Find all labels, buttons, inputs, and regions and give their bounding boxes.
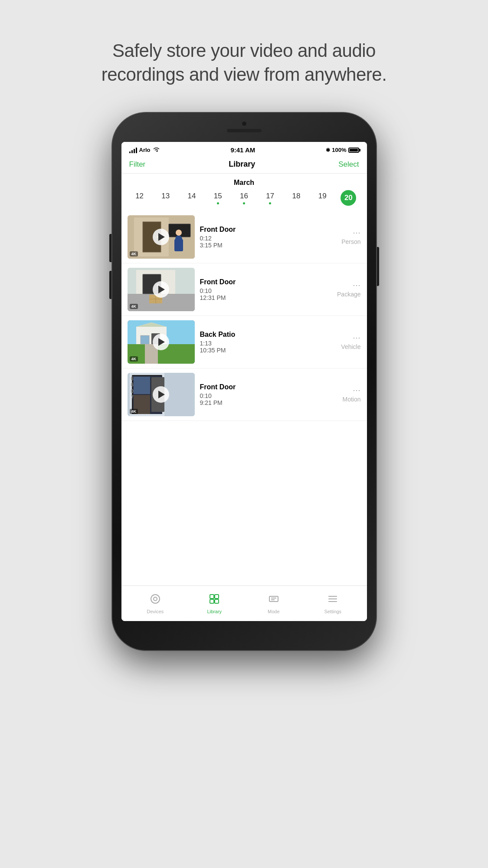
svg-point-8 (176, 230, 182, 236)
4k-badge: 4K (130, 356, 138, 362)
video-info: Back Patio 1:13 10:35 PM (200, 331, 336, 354)
tab-library[interactable]: Library (199, 593, 229, 614)
svg-rect-9 (174, 239, 183, 251)
4k-badge: 4K (130, 409, 138, 414)
svg-rect-23 (141, 335, 149, 344)
front-camera (242, 121, 247, 126)
tab-mode[interactable]: Mode (259, 593, 289, 614)
video-meta: ··· Motion (342, 386, 360, 403)
video-meta: ··· Vehicle (341, 334, 360, 350)
date-row: 12 13 14 15 16 17 (121, 190, 367, 211)
svg-rect-35 (210, 595, 214, 598)
tab-bar: Devices Library (121, 585, 367, 621)
month-label: March (121, 174, 367, 190)
battery-icon (348, 148, 359, 153)
status-left: Arlo (129, 147, 160, 154)
svg-rect-36 (215, 595, 219, 598)
play-button[interactable] (153, 334, 169, 350)
page-title: Library (229, 160, 255, 169)
svg-point-33 (151, 595, 160, 603)
tagline-line1: Safely store your video and audio (112, 40, 376, 61)
thumbnail: 6607 6607 4K (128, 373, 195, 416)
video-item[interactable]: 6607 6607 4K Front Door 0:10 9:21 PM (121, 368, 367, 421)
settings-icon (327, 593, 338, 607)
play-button[interactable] (153, 386, 169, 403)
thumbnail: 6607 (128, 215, 195, 259)
wifi-icon (153, 147, 160, 154)
video-meta: ··· Person (341, 229, 360, 245)
volume-down-button (109, 271, 112, 299)
tagline: Safely store your video and audio record… (102, 39, 387, 86)
devices-icon (150, 593, 161, 607)
bluetooth-icon: ✱ (326, 147, 330, 153)
thumbnail: 4K (128, 320, 195, 364)
more-options[interactable]: ··· (353, 334, 360, 342)
date-14[interactable]: 14 (184, 192, 200, 204)
date-18[interactable]: 18 (288, 192, 304, 204)
date-16[interactable]: 16 (236, 192, 252, 204)
phone-mockup: Arlo 9:41 AM ✱ 100% (112, 112, 377, 659)
phone-screen: Arlo 9:41 AM ✱ 100% (121, 142, 367, 621)
svg-rect-38 (215, 599, 219, 603)
power-button (377, 247, 379, 286)
video-info: Front Door 0:10 12:31 PM (200, 278, 332, 301)
filter-button[interactable]: Filter (129, 160, 146, 169)
dot-indicator (243, 202, 245, 204)
more-options[interactable]: ··· (353, 281, 360, 289)
battery-percent: 100% (332, 147, 346, 153)
4k-badge: 4K (130, 304, 138, 309)
video-item[interactable]: 6607 (121, 211, 367, 263)
mode-icon (268, 593, 279, 607)
signal-icon (129, 147, 137, 153)
time-display: 9:41 AM (230, 146, 255, 154)
status-bar: Arlo 9:41 AM ✱ 100% (121, 142, 367, 156)
play-button[interactable] (153, 229, 169, 245)
dot-indicator (217, 202, 219, 204)
volume-up-button (109, 234, 112, 262)
thumbnail: 6607 (128, 268, 195, 311)
video-info: Front Door 0:12 3:15 PM (200, 226, 337, 249)
phone-top (227, 121, 262, 132)
4k-badge: 4K (130, 251, 138, 256)
tagline-line2: recordings and view from anywhere. (102, 64, 387, 85)
carrier-label: Arlo (139, 147, 151, 153)
date-20-active[interactable]: 20 (341, 190, 356, 206)
video-info: Front Door 0:10 9:21 PM (200, 383, 337, 406)
tab-settings[interactable]: Settings (318, 593, 348, 614)
tab-devices[interactable]: Devices (140, 593, 170, 614)
select-button[interactable]: Select (338, 160, 359, 169)
date-15[interactable]: 15 (210, 192, 226, 204)
library-icon (209, 593, 220, 607)
svg-rect-39 (269, 596, 278, 602)
svg-rect-37 (210, 599, 214, 603)
video-list: 6607 (121, 211, 367, 421)
date-12[interactable]: 12 (132, 192, 147, 204)
svg-point-34 (154, 597, 157, 601)
play-button[interactable] (153, 281, 169, 298)
nav-header: Filter Library Select (121, 156, 367, 174)
date-17[interactable]: 17 (262, 192, 278, 204)
date-19[interactable]: 19 (314, 192, 330, 204)
more-options[interactable]: ··· (353, 229, 360, 237)
speaker (227, 129, 262, 132)
video-meta: ··· Package (337, 281, 360, 298)
video-item[interactable]: 4K Back Patio 1:13 10:35 PM ··· Vehicle (121, 316, 367, 368)
video-item[interactable]: 6607 (121, 263, 367, 316)
status-right: ✱ 100% (326, 147, 359, 153)
date-13[interactable]: 13 (158, 192, 174, 204)
svg-rect-31 (134, 377, 150, 394)
more-options[interactable]: ··· (353, 386, 360, 394)
dot-indicator (269, 202, 271, 204)
